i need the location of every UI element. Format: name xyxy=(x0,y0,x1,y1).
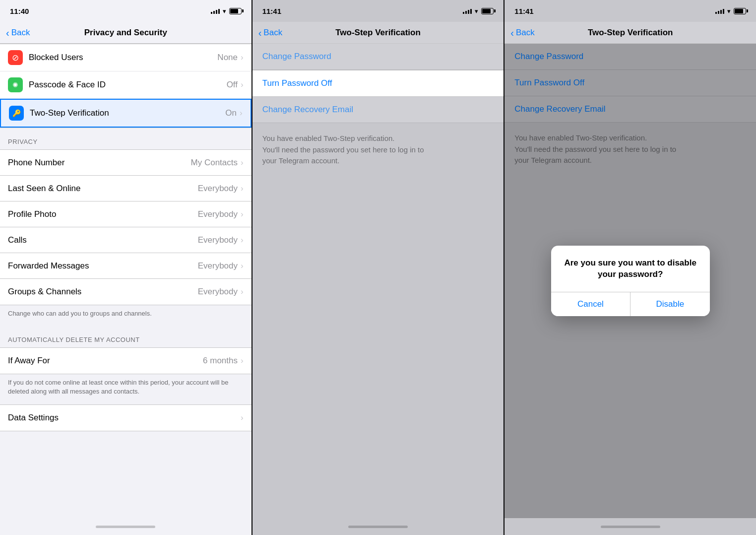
passcode-label: Passcode & Face ID xyxy=(29,80,227,90)
chevron-right-icon-10: › xyxy=(241,356,244,366)
nav-title-3: Two-Step Verification xyxy=(588,28,673,38)
wifi-icon-3: ▾ xyxy=(727,7,731,15)
calls-label: Calls xyxy=(8,235,198,245)
tsv-description-text-2: You have enabled Two-Step verification.Y… xyxy=(262,134,424,165)
auto-delete-section: AUTOMATICALLY DELETE MY ACCOUNT If Away … xyxy=(0,326,252,404)
chevron-left-icon-3: ‹ xyxy=(510,28,514,38)
list-item-passcode[interactable]: ✺ Passcode & Face ID Off › xyxy=(0,71,252,99)
back-button-3[interactable]: ‹ Back xyxy=(510,28,534,38)
dialog-title: Are you sure you want to disable your pa… xyxy=(551,246,710,284)
back-label-2: Back xyxy=(263,28,282,38)
nav-title-2: Two-Step Verification xyxy=(335,28,421,38)
blocked-users-label: Blocked Users xyxy=(29,53,217,63)
privacy-section-footer: Change who can add you to groups and cha… xyxy=(0,305,252,326)
status-time-3: 11:41 xyxy=(514,7,533,15)
status-icons-1: ▾ xyxy=(211,7,242,15)
content-area-3: Change Password Turn Password Off Change… xyxy=(504,44,756,518)
list-item-groups[interactable]: Groups & Channels Everybody › xyxy=(0,279,252,305)
back-label-3: Back xyxy=(516,28,535,38)
blocked-users-value: None xyxy=(217,53,238,63)
nav-bar-1: ‹ Back Privacy and Security xyxy=(0,22,252,44)
back-button-2[interactable]: ‹ Back xyxy=(258,28,282,38)
content-area-1: ⊘ Blocked Users None › ✺ Passcode & Face… xyxy=(0,44,252,518)
home-indicator-2 xyxy=(252,518,504,535)
chevron-right-icon-5: › xyxy=(241,184,244,194)
passcode-value: Off xyxy=(227,80,238,90)
list-item-data-settings[interactable]: Data Settings › xyxy=(0,405,252,431)
phone-number-value: My Contacts xyxy=(191,158,238,168)
list-item-phone-number[interactable]: Phone Number My Contacts › xyxy=(0,150,252,176)
signal-icon-3 xyxy=(715,8,724,14)
privacy-section-header: PRIVACY xyxy=(0,128,252,149)
nav-title-1: Privacy and Security xyxy=(84,28,167,38)
list-item-change-password-2[interactable]: Change Password xyxy=(252,44,504,70)
chevron-right-icon-3: › xyxy=(240,108,243,118)
wifi-icon-2: ▾ xyxy=(475,7,478,15)
disable-button[interactable]: Disable xyxy=(630,292,710,316)
status-icons-3: ▾ xyxy=(715,7,746,15)
two-step-value: On xyxy=(225,108,237,118)
profile-photo-value: Everybody xyxy=(198,209,238,219)
list-item-blocked-users[interactable]: ⊘ Blocked Users None › xyxy=(0,44,252,71)
chevron-right-icon-11: › xyxy=(241,413,244,423)
list-item-last-seen[interactable]: Last Seen & Online Everybody › xyxy=(0,176,252,201)
key-icon: 🔑 xyxy=(9,106,24,121)
forwarded-label: Forwarded Messages xyxy=(8,261,198,271)
dialog-overlay: Are you sure you want to disable your pa… xyxy=(504,44,756,518)
list-item-two-step[interactable]: 🔑 Two-Step Verification On › xyxy=(0,99,252,128)
phone-number-label: Phone Number xyxy=(8,158,191,168)
signal-icon-1 xyxy=(211,8,220,14)
content-area-2: Change Password Turn Password Off Change… xyxy=(252,44,504,518)
change-recovery-email-text-2: Change Recovery Email xyxy=(262,105,353,114)
two-step-label: Two-Step Verification xyxy=(30,108,225,118)
groups-label: Groups & Channels xyxy=(8,287,198,297)
if-away-value: 6 months xyxy=(203,356,238,366)
status-time-2: 11:41 xyxy=(262,7,281,15)
status-time-1: 11:40 xyxy=(10,7,29,15)
last-seen-label: Last Seen & Online xyxy=(8,184,198,194)
status-bar-1: 11:40 ▾ xyxy=(0,0,252,22)
chevron-right-icon-2: › xyxy=(241,80,244,90)
forwarded-value: Everybody xyxy=(198,261,238,271)
list-item-if-away[interactable]: If Away For 6 months › xyxy=(0,348,252,374)
disable-password-dialog: Are you sure you want to disable your pa… xyxy=(551,246,710,317)
home-indicator-3 xyxy=(504,518,756,535)
blocked-icon: ⊘ xyxy=(8,50,23,65)
list-item-change-recovery-email-2[interactable]: Change Recovery Email xyxy=(252,97,504,123)
battery-icon-1 xyxy=(229,8,242,14)
list-item-profile-photo[interactable]: Profile Photo Everybody › xyxy=(0,201,252,227)
profile-photo-label: Profile Photo xyxy=(8,209,198,219)
turn-password-off-text-2: Turn Password Off xyxy=(262,78,332,88)
panel-disable-dialog: 11:41 ▾ ‹ Back Two-Step Verification Cha… xyxy=(504,0,756,535)
panel-two-step-verification: 11:41 ▾ ‹ Back Two-Step Verification Cha… xyxy=(252,0,504,535)
auto-delete-footer: If you do not come online at least once … xyxy=(0,374,252,404)
home-indicator-1 xyxy=(0,518,252,535)
change-password-text-2: Change Password xyxy=(262,52,331,61)
list-item-forwarded[interactable]: Forwarded Messages Everybody › xyxy=(0,253,252,279)
passcode-icon: ✺ xyxy=(8,77,23,92)
nav-bar-3: ‹ Back Two-Step Verification xyxy=(504,22,756,44)
list-item-calls[interactable]: Calls Everybody › xyxy=(0,227,252,253)
back-button-1[interactable]: ‹ Back xyxy=(6,28,30,38)
calls-value: Everybody xyxy=(198,235,238,245)
panel-privacy-security: 11:40 ▾ ‹ Back Privacy and Security xyxy=(0,0,252,535)
top-section-group: ⊘ Blocked Users None › ✺ Passcode & Face… xyxy=(0,44,252,128)
status-bar-3: 11:41 ▾ xyxy=(504,0,756,22)
chevron-right-icon-6: › xyxy=(241,209,244,219)
tsv-description-2: You have enabled Two-Step verification.Y… xyxy=(252,123,504,177)
data-settings-section: Data Settings › xyxy=(0,404,252,431)
battery-icon-3 xyxy=(734,8,746,14)
nav-bar-2: ‹ Back Two-Step Verification xyxy=(252,22,504,44)
last-seen-value: Everybody xyxy=(198,184,238,194)
chevron-right-icon-4: › xyxy=(241,158,244,168)
dialog-buttons: Cancel Disable xyxy=(551,292,710,316)
data-settings-label: Data Settings xyxy=(8,413,241,423)
wifi-icon-1: ▾ xyxy=(223,7,226,15)
status-icons-2: ▾ xyxy=(463,7,494,15)
list-item-turn-password-off-2[interactable]: Turn Password Off xyxy=(252,70,504,97)
top-section: ⊘ Blocked Users None › ✺ Passcode & Face… xyxy=(0,44,252,128)
chevron-right-icon-7: › xyxy=(241,235,244,245)
back-label-1: Back xyxy=(11,28,30,38)
chevron-right-icon-9: › xyxy=(241,287,244,297)
cancel-button[interactable]: Cancel xyxy=(551,292,630,316)
